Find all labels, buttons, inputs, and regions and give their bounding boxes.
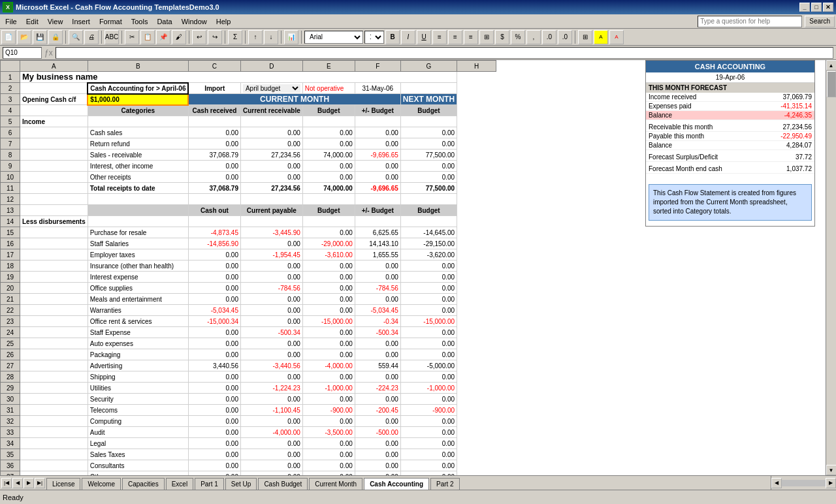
horizontal-scrollbar[interactable]: ◀ ▶ — [771, 476, 836, 490]
permission-button[interactable]: 🔒 — [48, 30, 63, 44]
table-cell[interactable]: 0.00 — [400, 371, 457, 383]
table-cell[interactable]: 0.00 — [400, 349, 457, 360]
bold-button[interactable]: B — [385, 30, 400, 44]
table-cell[interactable]: -900.00 — [302, 405, 355, 416]
table-cell[interactable]: 0.00 — [355, 416, 400, 427]
table-cell[interactable]: 0.00 — [240, 127, 302, 138]
table-cell[interactable]: -15,000.00 — [400, 316, 457, 327]
table-cell[interactable] — [88, 216, 188, 227]
italic-button[interactable]: I — [401, 30, 415, 44]
chart-button[interactable]: 📊 — [284, 30, 298, 44]
table-cell[interactable]: 0.00 — [240, 394, 302, 405]
table-cell[interactable]: -1,954.45 — [240, 249, 302, 260]
table-cell[interactable]: 77,500.00 — [400, 183, 457, 194]
table-cell[interactable]: My business name — [20, 72, 457, 83]
table-cell[interactable]: -15,000.00 — [302, 316, 355, 327]
table-cell[interactable]: -3,610.00 — [302, 249, 355, 260]
table-cell[interactable]: Auto expenses — [88, 338, 188, 349]
menu-format[interactable]: Format — [95, 16, 126, 27]
table-cell[interactable]: 0.00 — [188, 294, 240, 305]
table-cell[interactable]: Income — [20, 116, 88, 127]
percent-button[interactable]: % — [511, 30, 525, 44]
table-cell[interactable]: 14,143.10 — [355, 238, 400, 249]
import-dropdown[interactable]: April budget — [243, 84, 300, 93]
table-cell[interactable]: 0.00 — [302, 272, 355, 283]
table-cell[interactable]: 0.00 — [240, 272, 302, 283]
table-cell[interactable] — [400, 116, 457, 127]
table-cell[interactable]: 0.00 — [188, 371, 240, 383]
table-cell[interactable]: Opening Cash c/f — [20, 94, 88, 105]
table-cell[interactable]: 0.00 — [188, 172, 240, 183]
table-cell[interactable]: 0.00 — [188, 272, 240, 283]
table-cell[interactable]: -29,150.00 — [400, 238, 457, 249]
table-cell[interactable]: Less disbursements — [20, 216, 88, 227]
fill-color-button[interactable]: A — [594, 30, 608, 44]
table-cell[interactable] — [188, 216, 240, 227]
table-cell[interactable]: 0.00 — [355, 138, 400, 150]
table-cell[interactable]: Current payable — [240, 205, 302, 216]
table-cell[interactable]: 0.00 — [302, 172, 355, 183]
minimize-button[interactable]: _ — [799, 3, 810, 12]
tab-last-button[interactable]: ▶| — [35, 478, 45, 488]
sheet-tab-current-month[interactable]: Current Month — [309, 478, 362, 490]
table-cell[interactable]: -3,440.56 — [240, 360, 302, 371]
sheet-tab-part-1[interactable]: Part 1 — [195, 478, 224, 490]
table-cell[interactable]: 0.00 — [240, 305, 302, 316]
table-cell[interactable]: 74,000.00 — [302, 150, 355, 161]
help-input[interactable] — [698, 16, 802, 27]
tab-first-button[interactable]: |◀ — [1, 478, 12, 488]
table-cell[interactable]: Warranties — [88, 305, 188, 316]
table-cell[interactable]: 0.00 — [400, 394, 457, 405]
table-cell[interactable] — [20, 238, 88, 249]
table-cell[interactable]: 0.00 — [240, 260, 302, 272]
table-cell[interactable]: -1,000.00 — [302, 383, 355, 394]
table-cell[interactable]: 0.00 — [400, 127, 457, 138]
table-cell[interactable] — [240, 216, 302, 227]
table-cell[interactable] — [20, 294, 88, 305]
table-cell[interactable]: -5,034.45 — [188, 305, 240, 316]
table-cell[interactable]: Legal — [88, 438, 188, 449]
table-cell[interactable]: -500.00 — [355, 427, 400, 438]
open-button[interactable]: 📂 — [17, 30, 31, 44]
tab-prev-button[interactable]: ◀ — [12, 478, 23, 488]
table-cell[interactable]: 0.00 — [355, 161, 400, 172]
menu-edit[interactable]: Edit — [22, 16, 42, 27]
table-cell[interactable]: Cash sales — [88, 127, 188, 138]
table-cell[interactable] — [20, 205, 88, 216]
table-cell[interactable]: Import — [188, 83, 240, 94]
scroll-left-button[interactable]: ◀ — [771, 478, 782, 488]
table-cell[interactable]: 0.00 — [400, 161, 457, 172]
menu-help[interactable]: Help — [212, 16, 235, 27]
vertical-scrollbar[interactable]: ▲ ▼ — [826, 60, 836, 475]
table-cell[interactable]: -224.23 — [355, 383, 400, 394]
paste-button[interactable]: 📌 — [156, 30, 170, 44]
table-cell[interactable]: 0.00 — [400, 172, 457, 183]
table-cell[interactable]: Computing — [88, 416, 188, 427]
table-cell[interactable] — [20, 183, 88, 194]
decrease-decimal-button[interactable]: .0 — [558, 30, 572, 44]
table-cell[interactable]: 0.00 — [240, 294, 302, 305]
table-cell[interactable]: 0.00 — [188, 349, 240, 360]
format-painter-button[interactable]: 🖌 — [172, 30, 186, 44]
table-cell[interactable] — [20, 83, 88, 94]
sheet-tab-excel[interactable]: Excel — [166, 478, 193, 490]
table-cell[interactable]: Categories — [88, 105, 188, 116]
table-cell[interactable]: 0.00 — [302, 371, 355, 383]
table-cell[interactable]: 1,655.55 — [355, 249, 400, 260]
underline-button[interactable]: U — [417, 30, 431, 44]
table-cell[interactable] — [88, 116, 188, 127]
import-dropdown-cell[interactable]: April budget — [240, 83, 302, 94]
table-cell[interactable]: 0.00 — [302, 438, 355, 449]
table-cell[interactable]: 0.00 — [302, 227, 355, 238]
table-cell[interactable]: -200.45 — [355, 405, 400, 416]
table-cell[interactable]: 0.00 — [400, 305, 457, 316]
table-cell[interactable]: 0.00 — [355, 349, 400, 360]
table-cell[interactable]: Shipping — [88, 371, 188, 383]
table-cell[interactable]: 0.00 — [240, 172, 302, 183]
table-cell[interactable]: 0.00 — [355, 394, 400, 405]
table-cell[interactable] — [20, 305, 88, 316]
sheet-tab-cash-budget[interactable]: Cash Budget — [258, 478, 308, 490]
table-cell[interactable]: 0.00 — [400, 294, 457, 305]
table-cell[interactable] — [20, 371, 88, 383]
table-cell[interactable]: 0.00 — [400, 327, 457, 338]
